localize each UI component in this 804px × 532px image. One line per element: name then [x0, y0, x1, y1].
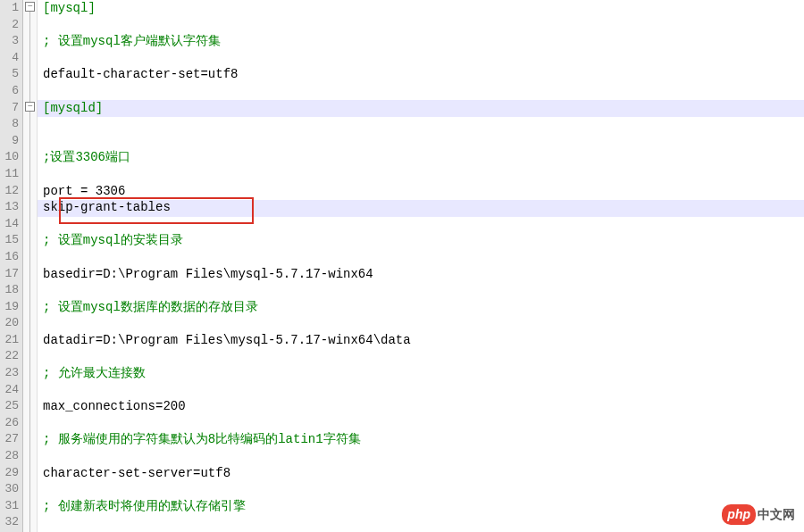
- line-number: 6: [0, 83, 19, 100]
- line-number: 32: [0, 514, 19, 531]
- code-text: [43, 167, 50, 181]
- code-line[interactable]: ; 创建新表时将使用的默认存储引擎: [43, 498, 804, 515]
- line-number: 18: [0, 282, 19, 299]
- code-text: ; 设置mysql客户端默认字符集: [43, 34, 221, 48]
- line-number: 25: [0, 398, 19, 415]
- line-number: 16: [0, 249, 19, 266]
- code-line[interactable]: [43, 249, 804, 266]
- code-text: character-set-server=utf8: [43, 466, 230, 480]
- watermark: php 中文网: [722, 504, 795, 525]
- code-text: [43, 383, 50, 397]
- line-number: 13: [0, 199, 19, 216]
- code-text: [43, 416, 50, 430]
- line-number: 14: [0, 216, 19, 233]
- fold-column: − −: [23, 0, 38, 532]
- code-line[interactable]: ; 设置mysql客户端默认字符集: [43, 33, 804, 50]
- code-line[interactable]: port = 3306: [43, 183, 804, 200]
- code-text: [43, 51, 50, 65]
- code-text: [43, 515, 50, 529]
- code-editor[interactable]: 1234567891011121314151617181920212223242…: [0, 0, 804, 532]
- code-line[interactable]: [43, 216, 804, 233]
- code-text: ;设置3306端口: [43, 150, 130, 164]
- code-text: [43, 217, 50, 231]
- code-text: ; 允许最大连接数: [43, 366, 146, 380]
- code-line[interactable]: [mysqld]: [43, 100, 804, 117]
- code-text: ; 设置mysql的安装目录: [43, 233, 183, 247]
- code-line[interactable]: [43, 315, 804, 332]
- code-line[interactable]: datadir=D:\Program Files\mysql-5.7.17-wi…: [43, 332, 804, 349]
- code-line[interactable]: [43, 481, 804, 498]
- code-text: ; 服务端使用的字符集默认为8比特编码的latin1字符集: [43, 432, 361, 446]
- code-text: [43, 18, 50, 32]
- code-line[interactable]: ; 设置mysql的安装目录: [43, 232, 804, 249]
- code-line[interactable]: ; 设置mysql数据库的数据的存放目录: [43, 299, 804, 316]
- code-text: [43, 349, 50, 363]
- code-line[interactable]: character-set-server=utf8: [43, 465, 804, 482]
- code-line[interactable]: [43, 348, 804, 365]
- code-line[interactable]: ; 服务端使用的字符集默认为8比特编码的latin1字符集: [43, 431, 804, 448]
- code-line[interactable]: [43, 282, 804, 299]
- line-number: 17: [0, 266, 19, 283]
- code-line[interactable]: [43, 50, 804, 67]
- code-line[interactable]: ;设置3306端口: [43, 149, 804, 166]
- code-area[interactable]: [mysql] ; 设置mysql客户端默认字符集 default-charac…: [38, 0, 804, 532]
- code-line[interactable]: [43, 415, 804, 432]
- line-number: 31: [0, 498, 19, 515]
- fold-guide-line: [29, 12, 30, 102]
- code-line[interactable]: ; 允许最大连接数: [43, 365, 804, 382]
- code-line[interactable]: [43, 514, 804, 531]
- line-number: 5: [0, 66, 19, 83]
- code-text: [43, 117, 50, 131]
- code-line[interactable]: basedir=D:\Program Files\mysql-5.7.17-wi…: [43, 266, 804, 283]
- line-number: 28: [0, 448, 19, 465]
- line-number: 4: [0, 50, 19, 67]
- code-text: [43, 84, 50, 98]
- code-line[interactable]: [43, 116, 804, 133]
- code-text: skip-grant-tables: [43, 200, 171, 214]
- line-number: 27: [0, 431, 19, 448]
- code-text: port = 3306: [43, 184, 125, 198]
- fold-toggle-icon[interactable]: −: [25, 102, 35, 112]
- code-line[interactable]: max_connections=200: [43, 398, 804, 415]
- code-text: [mysqld]: [43, 101, 103, 115]
- code-line[interactable]: [43, 448, 804, 465]
- code-line[interactable]: [43, 83, 804, 100]
- code-text: [mysql]: [43, 1, 96, 15]
- code-text: [43, 482, 50, 496]
- watermark-text: 中文网: [758, 506, 795, 523]
- line-number: 15: [0, 232, 19, 249]
- fold-guide-line: [29, 112, 30, 532]
- watermark-badge: php: [722, 504, 756, 525]
- code-line[interactable]: [43, 17, 804, 34]
- code-text: ; 设置mysql数据库的数据的存放目录: [43, 300, 258, 314]
- code-line[interactable]: skip-grant-tables: [43, 199, 804, 216]
- code-line[interactable]: default-character-set=utf8: [43, 66, 804, 83]
- line-number: 1: [0, 0, 19, 17]
- code-line[interactable]: [43, 166, 804, 183]
- code-text: [43, 283, 50, 297]
- line-number: 12: [0, 183, 19, 200]
- code-line[interactable]: [mysql]: [43, 0, 804, 17]
- line-number: 29: [0, 465, 19, 482]
- code-text: max_connections=200: [43, 399, 186, 413]
- code-text: [43, 134, 50, 148]
- code-text: basedir=D:\Program Files\mysql-5.7.17-wi…: [43, 267, 373, 281]
- fold-toggle-icon[interactable]: −: [25, 2, 35, 12]
- code-line[interactable]: [43, 133, 804, 150]
- code-text: datadir=D:\Program Files\mysql-5.7.17-wi…: [43, 333, 411, 347]
- line-number: 30: [0, 481, 19, 498]
- line-number: 26: [0, 415, 19, 432]
- line-number: 23: [0, 365, 19, 382]
- code-line[interactable]: [43, 382, 804, 399]
- line-number: 3: [0, 33, 19, 50]
- line-number: 24: [0, 382, 19, 399]
- line-number: 21: [0, 332, 19, 349]
- line-number-gutter: 1234567891011121314151617181920212223242…: [0, 0, 23, 532]
- line-number: 22: [0, 348, 19, 365]
- line-number: 19: [0, 299, 19, 316]
- line-number: 7: [0, 100, 19, 117]
- line-number: 20: [0, 315, 19, 332]
- line-number: 9: [0, 133, 19, 150]
- code-text: ; 创建新表时将使用的默认存储引擎: [43, 499, 246, 513]
- code-text: [43, 449, 50, 463]
